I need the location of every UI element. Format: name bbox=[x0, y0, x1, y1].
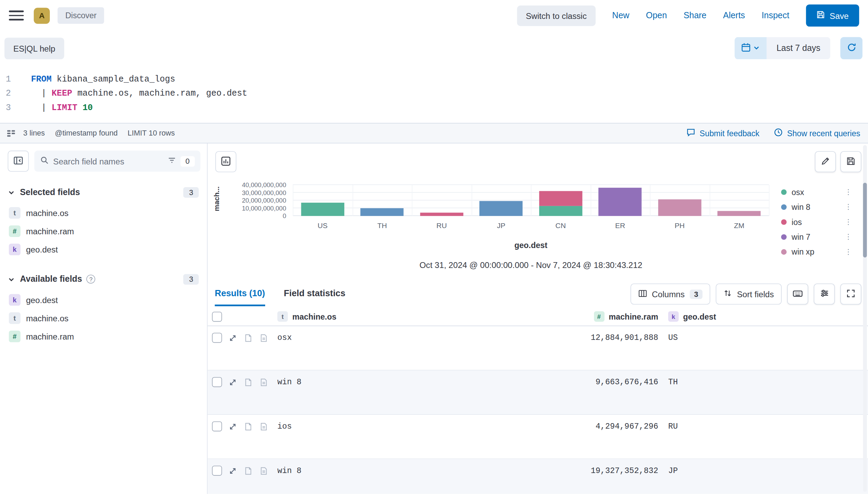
cell-machine-os[interactable]: win 8 bbox=[274, 466, 584, 494]
esql-editor[interactable]: 1 FROM kibana_sample_data_logs 2 | KEEP … bbox=[0, 65, 868, 123]
calendar-button[interactable] bbox=[735, 37, 767, 59]
cell-geo-dest[interactable]: TH bbox=[660, 377, 868, 414]
bar-segment-osx[interactable] bbox=[301, 203, 344, 216]
document-icon[interactable] bbox=[244, 334, 252, 342]
expand-row-icon[interactable] bbox=[229, 466, 237, 475]
breadcrumb[interactable]: Discover bbox=[57, 7, 104, 24]
cell-machine-ram[interactable]: 19,327,352,832 bbox=[584, 466, 660, 494]
save-button[interactable]: Save bbox=[806, 4, 859, 26]
bar-RU[interactable] bbox=[420, 185, 463, 216]
available-fields-header[interactable]: Available fields ? 3 bbox=[8, 272, 199, 286]
legend-more-icon[interactable]: ⋮ bbox=[845, 218, 852, 226]
bar-segment-win 8[interactable] bbox=[479, 201, 523, 216]
column-header-machine-ram[interactable]: # machine.ram bbox=[584, 311, 660, 322]
edit-visualization-button[interactable] bbox=[815, 151, 836, 172]
fullscreen-button[interactable] bbox=[840, 283, 861, 304]
collapse-sidebar-button[interactable] bbox=[8, 151, 29, 172]
selected-fields-header[interactable]: Selected fields 3 bbox=[8, 185, 199, 200]
legend-item-win 7[interactable]: win 7⋮ bbox=[781, 229, 852, 244]
refresh-button[interactable] bbox=[840, 37, 862, 59]
document-icon[interactable] bbox=[244, 378, 252, 386]
legend-more-icon[interactable]: ⋮ bbox=[845, 188, 852, 196]
sort-fields-button[interactable]: Sort fields bbox=[716, 283, 782, 304]
legend-item-osx[interactable]: osx⋮ bbox=[781, 184, 852, 199]
column-header-machine-os[interactable]: t machine.os bbox=[274, 311, 584, 322]
document-icon[interactable] bbox=[260, 334, 268, 342]
tab-field-statistics[interactable]: Field statistics bbox=[284, 282, 345, 306]
bar-ZM[interactable] bbox=[718, 185, 761, 216]
cell-machine-os[interactable]: osx bbox=[274, 333, 584, 370]
expand-row-icon[interactable] bbox=[229, 334, 237, 342]
document-icon[interactable] bbox=[260, 466, 268, 475]
bar-segment-win xp[interactable] bbox=[658, 199, 702, 216]
inspect-button[interactable]: Inspect bbox=[762, 11, 789, 21]
expand-row-icon[interactable] bbox=[229, 422, 237, 430]
switch-to-classic-button[interactable]: Switch to classic bbox=[517, 5, 596, 26]
cell-geo-dest[interactable]: RU bbox=[660, 421, 868, 459]
scrollbar-thumb[interactable] bbox=[863, 183, 867, 257]
space-avatar[interactable]: A bbox=[34, 8, 50, 24]
bar-segment-win xp[interactable] bbox=[718, 211, 761, 216]
document-icon[interactable] bbox=[244, 422, 252, 430]
field-item-machine-os[interactable]: t machine.os bbox=[8, 309, 199, 327]
field-item-machine-os[interactable]: t machine.os bbox=[8, 204, 199, 222]
cell-machine-ram[interactable]: 9,663,676,416 bbox=[584, 377, 660, 414]
document-icon[interactable] bbox=[260, 422, 268, 430]
cell-machine-os[interactable]: win 8 bbox=[274, 377, 584, 414]
open-button[interactable]: Open bbox=[646, 11, 667, 21]
help-icon[interactable]: ? bbox=[87, 275, 96, 283]
legend-item-win xp[interactable]: win xp⋮ bbox=[781, 244, 852, 259]
tab-results[interactable]: Results (10) bbox=[215, 282, 265, 306]
bar-CN[interactable] bbox=[539, 185, 582, 216]
document-icon[interactable] bbox=[260, 378, 268, 386]
bar-segment-osx[interactable] bbox=[539, 206, 582, 216]
legend-more-icon[interactable]: ⋮ bbox=[845, 248, 852, 256]
expand-row-icon[interactable] bbox=[229, 378, 237, 386]
histogram-chart[interactable] bbox=[293, 185, 769, 216]
time-range-button[interactable]: Last 7 days bbox=[767, 37, 831, 59]
select-all-checkbox[interactable] bbox=[212, 311, 222, 321]
columns-button[interactable]: Columns 3 bbox=[630, 283, 710, 304]
field-item-geo-dest[interactable]: k geo.dest bbox=[8, 240, 199, 259]
bar-JP[interactable] bbox=[479, 185, 523, 216]
bar-PH[interactable] bbox=[658, 185, 702, 216]
bar-TH[interactable] bbox=[360, 185, 404, 216]
chart-type-button[interactable] bbox=[215, 151, 236, 172]
display-options-button[interactable] bbox=[814, 283, 835, 304]
save-icon bbox=[816, 11, 825, 21]
legend-item-ios[interactable]: ios⋮ bbox=[781, 214, 852, 229]
document-icon[interactable] bbox=[244, 466, 252, 475]
bar-segment-win 7[interactable] bbox=[598, 188, 642, 216]
bar-segment-ios[interactable] bbox=[420, 213, 463, 216]
esql-help-button[interactable]: ES|QL help bbox=[4, 37, 64, 59]
menu-icon[interactable] bbox=[9, 9, 24, 21]
cell-geo-dest[interactable]: US bbox=[660, 333, 868, 370]
column-header-geo-dest[interactable]: k geo.dest bbox=[660, 311, 868, 322]
legend-more-icon[interactable]: ⋮ bbox=[845, 233, 852, 241]
legend-item-win 8[interactable]: win 8⋮ bbox=[781, 199, 852, 214]
keyboard-shortcuts-button[interactable] bbox=[787, 283, 808, 304]
field-item-machine-ram[interactable]: # machine.ram bbox=[8, 222, 199, 240]
row-checkbox[interactable] bbox=[212, 466, 222, 476]
cell-machine-ram[interactable]: 4,294,967,296 bbox=[584, 421, 660, 459]
cell-machine-ram[interactable]: 12,884,901,888 bbox=[584, 333, 660, 370]
show-recent-queries-link[interactable]: Show recent queries bbox=[774, 128, 860, 139]
field-item-machine-ram[interactable]: # machine.ram bbox=[8, 327, 199, 345]
bar-ER[interactable] bbox=[598, 185, 642, 216]
new-button[interactable]: New bbox=[612, 11, 629, 21]
submit-feedback-link[interactable]: Submit feedback bbox=[686, 128, 760, 139]
row-checkbox[interactable] bbox=[212, 421, 222, 431]
share-button[interactable]: Share bbox=[684, 11, 707, 21]
bar-segment-win 8[interactable] bbox=[360, 208, 404, 216]
bar-US[interactable] bbox=[301, 185, 344, 216]
field-item-geo-dest[interactable]: k geo.dest bbox=[8, 291, 199, 309]
legend-more-icon[interactable]: ⋮ bbox=[845, 203, 852, 211]
cell-geo-dest[interactable]: JP bbox=[660, 466, 868, 494]
bar-segment-ios[interactable] bbox=[539, 191, 582, 206]
save-visualization-button[interactable] bbox=[840, 151, 861, 172]
alerts-button[interactable]: Alerts bbox=[723, 11, 745, 21]
row-checkbox[interactable] bbox=[212, 377, 222, 387]
cell-machine-os[interactable]: ios bbox=[274, 421, 584, 459]
search-input[interactable] bbox=[53, 157, 163, 166]
row-checkbox[interactable] bbox=[212, 333, 222, 343]
